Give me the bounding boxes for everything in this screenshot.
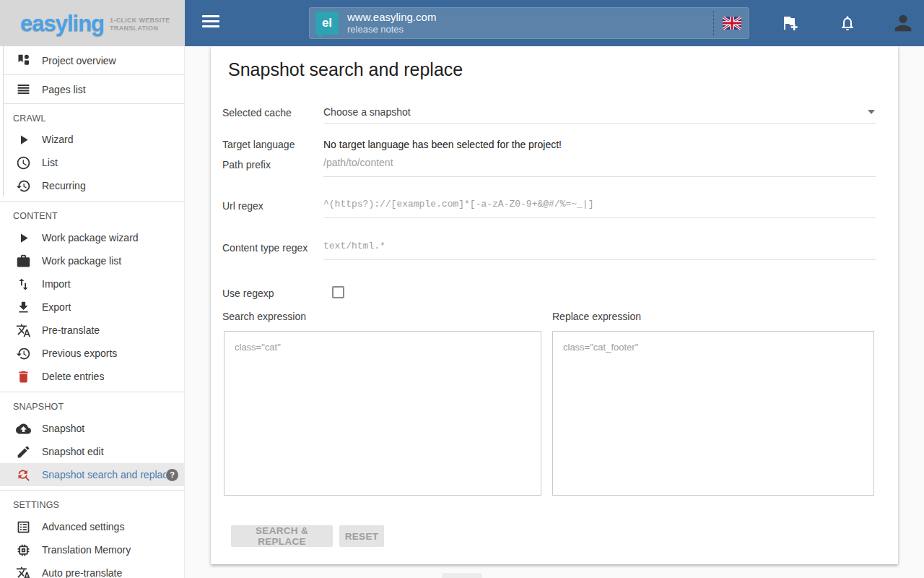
path-prefix-label: Path prefix	[222, 159, 322, 171]
sidebar-item-label: List	[42, 157, 178, 168]
cloud-upload-icon	[14, 420, 32, 437]
brand-tagline: 1-CLICK WEBSITE TRANSLATION	[110, 17, 170, 33]
sidebar-item-auto-pre-translate[interactable]: Auto pre-translate	[0, 561, 184, 578]
sidebar-item-project-overview[interactable]: Project overview	[0, 46, 184, 74]
sidebar-item-label: Wizard	[42, 134, 178, 145]
target-language-label: Target language	[222, 139, 322, 150]
sidebar-section-snapshot: SNAPSHOT	[0, 392, 184, 417]
sidebar-item-label: Work package wizard	[42, 232, 178, 243]
sidebar-item-pre-translate[interactable]: Pre-translate	[0, 319, 184, 342]
play-icon	[14, 229, 32, 246]
project-subtitle: release notes	[347, 24, 707, 35]
sidebar-item-work-package-wizard[interactable]: Work package wizard	[0, 226, 184, 249]
search-expression-label: Search expression	[222, 311, 306, 322]
brand-logo: easyling	[20, 12, 104, 35]
snackbar-peek	[442, 573, 482, 578]
sidebar-item-label: Recurring	[42, 180, 178, 191]
notifications-bell-icon[interactable]	[839, 14, 856, 32]
project-info: www.easyling.com release notes	[347, 11, 707, 36]
sidebar-item-label: Project overview	[42, 55, 178, 66]
sidebar-scrollbar[interactable]	[0, 46, 4, 197]
import-export-icon	[14, 275, 32, 293]
use-regexp-label: Use regexp	[222, 288, 322, 299]
play-icon	[14, 131, 32, 148]
replace-expression-textarea[interactable]	[552, 331, 874, 496]
snapshot-search-replace-panel: Snapshot search and replace Selected cac…	[211, 46, 898, 564]
sidebar-nav: Project overviewPages listCRAWLWizardLis…	[0, 46, 185, 578]
selected-cache-select[interactable]: Choose a snapshot	[323, 101, 876, 124]
sidebar-item-pages-list[interactable]: Pages list	[0, 75, 184, 103]
project-selector[interactable]: el www.easyling.com release notes	[309, 7, 749, 39]
user-avatar-icon[interactable]	[891, 11, 915, 35]
sidebar-item-previous-exports[interactable]: Previous exports	[0, 342, 184, 365]
sidebar-item-delete-entries[interactable]: Delete entries	[0, 365, 184, 388]
sidebar-item-advanced-settings[interactable]: Advanced settings	[0, 515, 184, 538]
sidebar-item-work-package-list[interactable]: Work package list	[0, 249, 184, 272]
memory-icon	[14, 541, 32, 558]
brand-logo-area[interactable]: easyling 1-CLICK WEBSITE TRANSLATION	[0, 0, 185, 46]
sidebar-item-label: Translation Memory	[42, 544, 178, 556]
top-app-bar: easyling 1-CLICK WEBSITE TRANSLATION el …	[0, 0, 924, 46]
sidebar-item-label: Auto pre-translate	[42, 567, 178, 578]
chevron-down-icon	[868, 110, 875, 114]
pages-list-icon	[14, 81, 32, 98]
sidebar-section-settings: SETTINGS	[0, 491, 184, 515]
sidebar-section-content: CONTENT	[0, 202, 184, 226]
sidebar-item-label: Advanced settings	[42, 521, 178, 532]
translate-icon	[14, 564, 32, 578]
replace-expression-label: Replace expression	[552, 311, 641, 322]
url-regex-input[interactable]	[323, 194, 876, 218]
sidebar-item-label: Previous exports	[42, 348, 178, 359]
url-regex-label: Url regex	[222, 200, 322, 212]
add-flag-icon[interactable]	[781, 14, 798, 32]
project-badge: el	[315, 12, 339, 35]
sidebar-section-crawl: CRAWL	[0, 104, 184, 128]
sidebar-item-snapshot-edit[interactable]: Snapshot edit	[0, 440, 184, 463]
history-icon	[14, 177, 32, 194]
sidebar-item-label: Import	[42, 278, 178, 290]
page-title: Snapshot search and replace	[228, 59, 463, 80]
sidebar-item-list[interactable]: List	[0, 151, 184, 174]
content-type-regex-label: Content type regex	[222, 242, 322, 254]
sidebar-item-label: Delete entries	[42, 371, 178, 382]
sidebar-item-label: Work package list	[42, 255, 178, 267]
find-replace-icon	[14, 466, 32, 483]
sidebar-item-label: Snapshot	[42, 423, 178, 434]
trash-icon	[14, 368, 32, 385]
target-language-message: No target language has been selected for…	[323, 139, 876, 150]
uk-flag-icon	[723, 17, 741, 30]
pencil-icon	[14, 443, 32, 460]
history-icon	[14, 345, 32, 362]
sidebar-item-label: Export	[42, 301, 178, 313]
sidebar-item-label: Snapshot search and replace	[42, 469, 166, 480]
sidebar-item-label: Snapshot edit	[42, 446, 178, 457]
clock-icon	[14, 154, 32, 171]
use-regexp-checkbox[interactable]	[332, 286, 344, 298]
path-prefix-input[interactable]	[323, 153, 876, 177]
help-icon[interactable]: ?	[166, 469, 178, 481]
project-overview-icon	[14, 52, 32, 69]
translate-icon	[14, 322, 32, 339]
reset-button[interactable]: RESET	[339, 525, 384, 547]
sidebar-item-snapshot[interactable]: Snapshot	[0, 417, 184, 440]
search-expression-textarea[interactable]	[224, 331, 541, 496]
search-replace-button[interactable]: SEARCH & REPLACE	[231, 525, 333, 547]
sidebar-item-recurring[interactable]: Recurring	[0, 174, 184, 197]
sidebar-item-export[interactable]: Export	[0, 296, 184, 319]
sidebar-item-snapshot-search-and-replace[interactable]: Snapshot search and replace?	[0, 463, 184, 486]
list-alt-icon	[14, 518, 32, 535]
selected-cache-value: Choose a snapshot	[323, 106, 868, 118]
download-icon	[14, 298, 32, 316]
selected-cache-label: Selected cache	[222, 107, 322, 118]
project-domain: www.easyling.com	[347, 11, 707, 25]
briefcase-icon	[14, 252, 32, 269]
separator	[713, 11, 714, 35]
sidebar-item-label: Pre-translate	[42, 324, 178, 336]
sidebar-item-label: Pages list	[42, 84, 178, 95]
menu-icon[interactable]	[202, 15, 219, 31]
sidebar-item-wizard[interactable]: Wizard	[0, 128, 184, 151]
content-type-regex-input[interactable]	[323, 236, 876, 260]
sidebar-item-import[interactable]: Import	[0, 272, 184, 296]
sidebar-item-translation-memory[interactable]: Translation Memory	[0, 538, 184, 561]
